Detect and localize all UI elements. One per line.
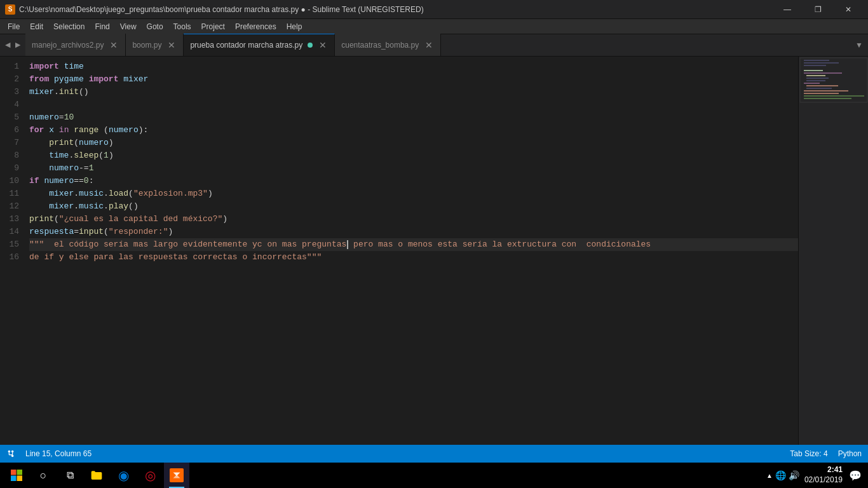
tab-manejo-archivos[interactable]: manejo_archivos2.py ✕ (25, 34, 126, 56)
menu-bar: FileEditSelectionFindViewGotoToolsProjec… (0, 19, 868, 34)
opera-button[interactable]: ◎ (137, 463, 163, 488)
svg-rect-23 (11, 470, 17, 475)
svg-rect-1 (804, 60, 829, 61)
svg-rect-0 (799, 57, 868, 445)
title-bar-left: S C:\Users\nomad\Desktop\juego_preguntas… (5, 4, 424, 15)
language[interactable]: Python (838, 449, 862, 458)
svg-rect-2 (804, 62, 839, 64)
svg-rect-12 (804, 90, 848, 92)
edge-button[interactable]: ◉ (111, 463, 136, 488)
tab-close-boom[interactable]: ✕ (166, 40, 177, 50)
tab-prueba-contador[interactable]: prueba contador marcha atras.py ✕ (184, 34, 335, 56)
taskbar-icons: ○ ⧉ ◉ ◎ (31, 463, 189, 488)
status-right: Tab Size: 4 Python (790, 449, 862, 458)
tab-boom[interactable]: boom.py ✕ (126, 34, 184, 56)
status-bar: Line 15, Column 65 Tab Size: 4 Python (0, 445, 868, 463)
minimap-visualization (799, 57, 868, 445)
system-tray: ▲ 🌐 🔊 (766, 470, 799, 480)
status-left: Line 15, Column 65 (6, 449, 92, 458)
menu-item-goto[interactable]: Goto (142, 19, 168, 34)
cursor-position[interactable]: Line 15, Column 65 (25, 449, 92, 458)
window-controls: — ❐ ✕ (773, 0, 863, 19)
taskbar: ○ ⧉ ◉ ◎ ▲ 🌐 🔊 2:41 02/01/2019 💬 (0, 463, 868, 488)
tab-cuentaatras[interactable]: cuentaatras_bomba.py ✕ (335, 34, 441, 56)
notification-button[interactable]: 💬 (848, 468, 863, 483)
tab-label: boom.py (132, 41, 161, 50)
sublime-taskbar-icon (170, 468, 184, 482)
svg-point-17 (8, 451, 11, 453)
menu-item-selection[interactable]: Selection (48, 19, 90, 34)
maximize-button[interactable]: ❐ (803, 0, 832, 19)
file-explorer-button[interactable] (84, 463, 109, 488)
svg-rect-25 (11, 476, 17, 482)
close-button[interactable]: ✕ (834, 0, 863, 19)
tab-scroll-left[interactable]: ◀ (3, 41, 13, 49)
window-title: C:\Users\nomad\Desktop\juego_preguntas\b… (19, 5, 424, 14)
line-numbers: 1 2 3 4 5 6 7 8 9 10 11 12 13 14 15 16 (0, 57, 25, 445)
tab-size[interactable]: Tab Size: 4 (790, 449, 827, 458)
svg-rect-10 (806, 85, 838, 86)
menu-item-edit[interactable]: Edit (25, 19, 48, 34)
svg-rect-14 (804, 95, 864, 97)
tab-close-prueba[interactable]: ✕ (318, 40, 328, 50)
svg-rect-13 (804, 93, 839, 94)
svg-point-19 (11, 451, 14, 453)
svg-rect-11 (806, 88, 832, 89)
windows-logo-icon (11, 470, 22, 481)
tab-label: cuentaatras_bomba.py (341, 41, 419, 50)
svg-rect-5 (804, 72, 842, 74)
menu-item-tools[interactable]: Tools (168, 19, 196, 34)
taskbar-right: ▲ 🌐 🔊 2:41 02/01/2019 💬 (766, 465, 863, 485)
svg-rect-8 (806, 80, 825, 81)
title-bar: S C:\Users\nomad\Desktop\juego_preguntas… (0, 0, 868, 19)
task-view-button[interactable]: ⧉ (57, 463, 83, 488)
menu-item-file[interactable]: File (3, 19, 25, 34)
tab-close-manejo[interactable]: ✕ (109, 40, 119, 50)
minimap (798, 57, 868, 445)
svg-rect-4 (804, 70, 823, 71)
menu-item-help[interactable]: Help (281, 19, 308, 34)
status-branch (6, 449, 15, 458)
svg-rect-7 (806, 78, 829, 79)
sublime-taskbar-button[interactable] (164, 463, 189, 488)
tab-close-cuentaatras[interactable]: ✕ (424, 40, 434, 50)
date-display: 02/01/2019 (804, 475, 843, 485)
svg-rect-3 (804, 65, 826, 66)
sublime-icon: S (5, 4, 15, 15)
tab-label: prueba contador marcha atras.py (190, 41, 302, 50)
svg-rect-15 (804, 98, 851, 99)
clock[interactable]: 2:41 02/01/2019 (804, 465, 843, 485)
tab-scroll-right-arrow[interactable]: ▶ (13, 41, 23, 49)
tab-label: manejo_archivos2.py (32, 41, 104, 50)
tab-modified-dot (308, 43, 313, 48)
network-icon[interactable]: 🌐 (775, 470, 786, 480)
tab-overflow-button[interactable]: ▼ (850, 34, 868, 56)
svg-rect-26 (17, 476, 23, 482)
time-display: 2:41 (804, 465, 843, 475)
minimize-button[interactable]: — (773, 0, 802, 19)
tab-bar: ◀ ▶ manejo_archivos2.py ✕ boom.py ✕ prue… (0, 34, 868, 57)
volume-icon[interactable]: 🔊 (789, 470, 799, 480)
code-editor[interactable]: import time from pygame import mixer mix… (25, 57, 798, 445)
menu-item-preferences[interactable]: Preferences (230, 19, 281, 34)
tray-chevron[interactable]: ▲ (766, 472, 773, 479)
menu-item-view[interactable]: View (115, 19, 142, 34)
svg-rect-9 (804, 83, 820, 84)
start-button[interactable] (5, 464, 28, 487)
search-button[interactable]: ○ (31, 463, 56, 488)
folder-icon (90, 469, 103, 482)
editor-area: 1 2 3 4 5 6 7 8 9 10 11 12 13 14 15 16 i… (0, 57, 868, 445)
menu-item-project[interactable]: Project (196, 19, 230, 34)
branch-icon (6, 449, 15, 458)
svg-rect-6 (806, 75, 825, 76)
menu-item-find[interactable]: Find (90, 19, 114, 34)
svg-rect-24 (17, 470, 23, 475)
